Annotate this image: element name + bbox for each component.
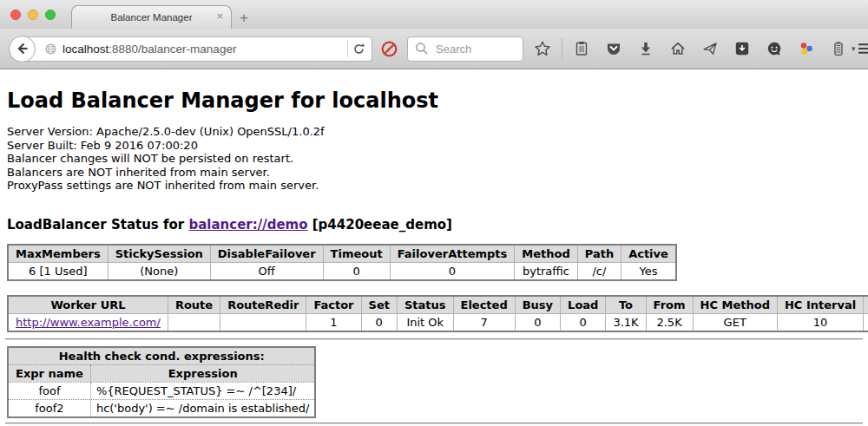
video-download-icon[interactable] (733, 40, 751, 57)
window-controls (10, 10, 56, 20)
balancer-demo-link[interactable]: balancer://demo (188, 217, 307, 233)
column-header: MaxMembers (8, 245, 108, 263)
battery-icon[interactable] (830, 40, 847, 57)
clipboard-icon[interactable] (573, 40, 590, 57)
column-header: Worker URL (8, 296, 168, 314)
table-title-row: Health check cond. expressions: (8, 347, 315, 365)
factor-cell: 1 (306, 313, 361, 331)
busy-cell: 0 (515, 313, 560, 331)
pocket-icon[interactable] (605, 40, 622, 57)
colored-dots-icon[interactable] (798, 40, 815, 57)
server-built-line: Server Built: Feb 9 2016 07:00:20 (7, 139, 863, 153)
active-cell: Yes (621, 262, 676, 280)
routeredir-cell (220, 313, 306, 331)
column-header: DisableFailover (210, 245, 323, 263)
server-info: Server Version: Apache/2.5.0-dev (Unix) … (7, 125, 863, 193)
persist-note-line: Balancer changes will NOT be persisted o… (7, 152, 863, 166)
column-header: FailoverAttempts (390, 245, 515, 263)
globe-icon (43, 42, 58, 56)
from-cell: 2.5K (646, 313, 693, 331)
toolbar-right-icons (856, 40, 868, 57)
zoom-window-button[interactable] (45, 10, 56, 20)
table-header-row: Expr name Expression (8, 364, 315, 382)
reload-button[interactable] (352, 42, 366, 56)
expr-row: foof2 hc('body') =~ /domain is establish… (8, 399, 315, 417)
browser-window: Balancer Manager × + localhost:8880/bala… (0, 0, 868, 426)
content-blocked-icon[interactable] (380, 40, 398, 58)
stickysession-cell: (None) (108, 262, 210, 280)
expr-name-cell: foof2 (8, 399, 90, 417)
url-text[interactable]: localhost:8880/balancer-manager (62, 43, 344, 56)
toolbar-separator (562, 38, 562, 59)
server-version-line: Server Version: Apache/2.5.0-dev (Unix) … (7, 125, 863, 139)
column-header: From (646, 296, 693, 314)
close-window-button[interactable] (10, 10, 21, 20)
path-cell: /c/ (577, 262, 621, 280)
to-cell: 3.1K (606, 313, 646, 331)
table-header-row: Worker URL Route RouteRedir Factor Set S… (8, 296, 868, 314)
column-header: Elected (453, 296, 515, 314)
expr-name-cell: foof (8, 382, 90, 399)
table-row: 6 [1 Used] (None) Off 0 0 bytraffic /c/ … (8, 262, 676, 280)
load-cell: 0 (561, 313, 606, 331)
downloads-icon[interactable] (637, 40, 654, 57)
section-divider (5, 338, 863, 340)
page-content: Load Balancer Manager for localhost Serv… (0, 69, 868, 426)
tab-title: Balancer Manager (111, 12, 193, 23)
elected-cell: 7 (453, 313, 515, 331)
column-header: Path (577, 245, 621, 263)
column-header: Load (561, 296, 606, 314)
url-path: :8880/balancer-manager (108, 43, 236, 56)
proxypass-note-line: ProxyPass settings are NOT inherited fro… (7, 179, 863, 193)
column-header: Status (397, 296, 453, 314)
minimize-window-button[interactable] (28, 10, 38, 20)
navigation-toolbar: localhost:8880/balancer-manager ▾ (0, 29, 868, 69)
back-arrow-icon (14, 40, 31, 57)
url-bar[interactable]: localhost:8880/balancer-manager (22, 36, 372, 62)
column-header: Passes (864, 296, 868, 314)
timeout-cell: 0 (323, 262, 390, 280)
worker-url-link[interactable]: http://www.example.com/ (16, 316, 161, 329)
home-icon[interactable] (669, 40, 687, 57)
disablefailover-cell: Off (210, 262, 323, 280)
search-input[interactable] (434, 42, 516, 56)
new-tab-button[interactable]: + (240, 10, 248, 27)
page-title: Load Balancer Manager for localhost (7, 88, 863, 113)
close-tab-icon[interactable]: × (216, 10, 223, 23)
expr-row: foof %{REQUEST_STATUS} =~ /^[234]/ (8, 382, 315, 399)
column-header: Expr name (8, 364, 90, 382)
column-header: Busy (515, 296, 560, 314)
expression-cell: hc('body') =~ /domain is established/ (90, 399, 315, 417)
column-header: Timeout (323, 245, 390, 263)
column-header: Set (361, 296, 397, 314)
column-header: RouteRedir (220, 296, 306, 314)
column-header: Method (515, 245, 577, 263)
worker-table: Worker URL Route RouteRedir Factor Set S… (7, 295, 868, 332)
hc-method-cell: GET (693, 313, 777, 331)
back-button[interactable] (9, 36, 36, 62)
health-check-table: Health check cond. expressions: Expr nam… (7, 346, 316, 418)
failoverattempts-cell: 0 (390, 262, 515, 280)
url-domain: localhost (62, 43, 108, 56)
send-plane-icon[interactable] (701, 40, 719, 57)
balancers-note-line: Balancers are NOT inherited from main se… (7, 166, 863, 180)
toolbar-icons: ▾ (534, 38, 856, 59)
tab-balancer-manager[interactable]: Balancer Manager × (71, 5, 232, 29)
menu-hamburger-icon[interactable] (856, 40, 868, 57)
bottom-divider (5, 423, 863, 424)
passes-cell: 1 (0) (864, 313, 868, 331)
set-cell: 0 (361, 313, 397, 331)
search-bar[interactable] (407, 36, 523, 62)
column-header: Route (168, 296, 220, 314)
tab-bar: Balancer Manager × + (0, 0, 868, 29)
column-header: Expression (90, 364, 315, 382)
loadbalancer-status-heading: LoadBalancer Status for balancer://demo … (7, 217, 863, 233)
column-header: HC Method (693, 296, 777, 314)
search-magnifier-icon (413, 40, 431, 57)
status-cell: Init Ok (397, 313, 453, 331)
urlbar-divider (347, 40, 348, 57)
feedback-smiley-icon[interactable] (766, 40, 783, 57)
column-header: HC Interval (777, 296, 863, 314)
bookmark-star-icon[interactable] (534, 40, 551, 57)
balancer-summary-table: MaxMembers StickySession DisableFailover… (7, 244, 677, 281)
